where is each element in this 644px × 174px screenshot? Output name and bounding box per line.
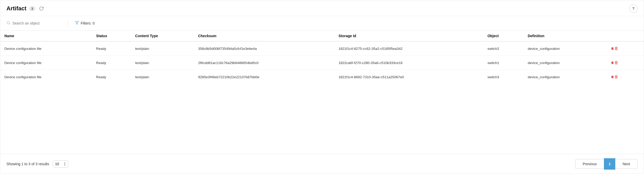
col-header-definition: Definition <box>523 31 605 41</box>
help-button[interactable]: ? <box>629 4 638 13</box>
showing-text: Showing 1 to 3 of 3 results <box>6 162 49 166</box>
search-icon <box>6 21 10 26</box>
pagination: Previous 1 Next <box>575 158 638 170</box>
table-container: Name Status Content Type Checksum Storag… <box>0 31 644 154</box>
previous-button[interactable]: Previous <box>575 159 604 169</box>
cell-object-1: switch1 <box>483 56 524 70</box>
delete-button-2[interactable]: 🗑 <box>609 74 620 80</box>
footer-left: Showing 1 to 3 of 3 results 10 ▲ ▼ <box>6 160 68 168</box>
cell-name-0: Device configuration file <box>0 41 92 56</box>
filter-icon <box>75 21 79 26</box>
table-row: Device configuration file Ready text/pla… <box>0 70 644 84</box>
cell-name-1: Device configuration file <box>0 56 92 70</box>
page-title: Artifact <box>6 5 26 12</box>
cell-storage-id-0: 1821f1c4-8275-cc62-35a2-c5185f5ea342 <box>334 41 483 56</box>
cell-checksum-0: 358c8b5d006f735494a5cfcf1e3ebe4a <box>194 41 334 56</box>
cell-actions-1: 🗑 <box>605 56 644 70</box>
cell-storage-id-2: 1821f1c4-8692-7310-35ae-c511a25067e0 <box>334 70 483 84</box>
cell-content-type-1: text/plain <box>131 56 194 70</box>
cell-status-1: Ready <box>92 56 131 70</box>
search-container <box>6 21 63 26</box>
toolbar-divider <box>68 20 68 27</box>
col-header-status: Status <box>92 31 131 41</box>
cell-content-type-2: text/plain <box>131 70 194 84</box>
col-header-object: Object <box>483 31 524 41</box>
per-page-arrows: ▲ ▼ <box>64 162 66 166</box>
cell-definition-1: device_configuration <box>523 56 605 70</box>
refresh-button[interactable] <box>38 5 45 12</box>
svg-marker-2 <box>75 21 79 24</box>
next-button[interactable]: Next <box>615 159 638 169</box>
delete-button-1[interactable]: 🗑 <box>609 59 620 66</box>
table-header-row: Name Status Content Type Checksum Storag… <box>0 31 644 41</box>
table-row: Device configuration file Ready text/pla… <box>0 41 644 56</box>
page-container: Artifact 3 ? <box>0 0 644 174</box>
per-page-value: 10 <box>55 162 59 166</box>
cell-actions-2: 🗑 <box>605 70 644 84</box>
per-page-selector[interactable]: 10 ▲ ▼ <box>53 160 68 168</box>
cell-storage-id-1: 1822ca6f-f270-c280-35a6-c510b333ce16 <box>334 56 483 70</box>
footer: Showing 1 to 3 of 3 results 10 ▲ ▼ Previ… <box>0 154 644 174</box>
cell-definition-0: device_configuration <box>523 41 605 56</box>
col-header-actions <box>605 31 644 41</box>
current-page-number[interactable]: 1 <box>604 158 615 170</box>
filter-label: Filters: 0 <box>81 21 95 25</box>
cell-checksum-2: 9285e3f46eb72210b22e22107b87bb0e <box>194 70 334 84</box>
cell-status-0: Ready <box>92 41 131 56</box>
toolbar: Filters: 0 <box>0 16 644 31</box>
cell-object-0: switch2 <box>483 41 524 56</box>
col-header-content-type: Content Type <box>131 31 194 41</box>
delete-button-0[interactable]: 🗑 <box>609 45 620 52</box>
search-input[interactable] <box>12 21 54 25</box>
col-header-checksum: Checksum <box>194 31 334 41</box>
artifacts-table: Name Status Content Type Checksum Storag… <box>0 31 644 84</box>
header: Artifact 3 ? <box>0 0 644 16</box>
cell-content-type-0: text/plain <box>131 41 194 56</box>
svg-line-1 <box>9 23 10 24</box>
col-header-storage-id: Storage Id <box>334 31 483 41</box>
table-row: Device configuration file Ready text/pla… <box>0 56 644 70</box>
filter-button[interactable]: Filters: 0 <box>73 20 97 27</box>
cell-checksum-1: 2f6cdd81ac116c76a29b6486654bd5c0 <box>194 56 334 70</box>
cell-definition-2: device_configuration <box>523 70 605 84</box>
col-header-name: Name <box>0 31 92 41</box>
header-left: Artifact 3 <box>6 5 45 12</box>
artifact-count-badge: 3 <box>29 6 35 11</box>
cell-status-2: Ready <box>92 70 131 84</box>
cell-name-2: Device configuration file <box>0 70 92 84</box>
table-body: Device configuration file Ready text/pla… <box>0 41 644 84</box>
cell-actions-0: 🗑 <box>605 41 644 56</box>
cell-object-2: switch3 <box>483 70 524 84</box>
